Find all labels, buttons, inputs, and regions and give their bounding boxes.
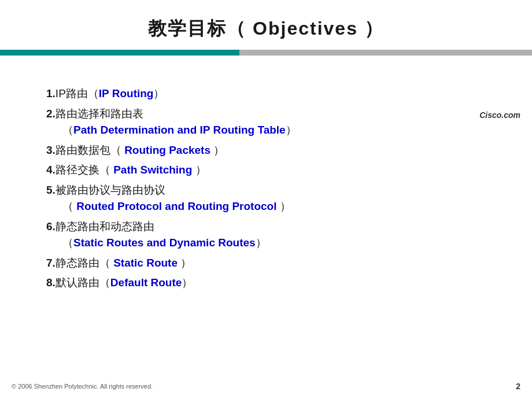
item-2-cn: 路由选择和路由表	[56, 108, 143, 120]
list-item-2: 2.路由选择和路由表 （Path Determination and IP Ro…	[46, 106, 486, 139]
item-2-sub: （Path Determination and IP Routing Table…	[46, 122, 486, 139]
item-1-number: 1.	[46, 87, 56, 99]
item-3-cn: 路由数据包（	[56, 144, 124, 156]
list-item-8: 8.默认路由（Default Route）	[46, 275, 486, 291]
item-1-cn: IP路由（	[56, 87, 99, 99]
item-6-number: 6.	[46, 220, 56, 232]
item-3-en: Routing Packets	[124, 144, 210, 156]
item-1-cn-end: ）	[153, 87, 164, 99]
item-4-number: 4.	[46, 164, 56, 176]
slide-title: 教学目标（ Objectives ）	[148, 18, 384, 39]
list-item-3: 3.路由数据包（ Routing Packets ）	[46, 142, 486, 159]
footer-copyright: © 2006 Shenzhen Polytechnic. All rights …	[12, 383, 153, 390]
item-3-number: 3.	[46, 144, 56, 156]
list-item-5: 5.被路由协议与路由协议 （ Routed Protocol and Routi…	[46, 182, 486, 215]
item-4-cn-end: ）	[192, 164, 206, 176]
item-2-number: 2.	[46, 108, 56, 120]
item-2-sub-cn-start: （	[62, 124, 73, 136]
item-6-sub: （Static Routes and Dynamic Routes）	[46, 235, 486, 252]
item-6-sub-cn-start: （	[62, 237, 73, 249]
header-bar	[0, 50, 532, 56]
item-7-number: 7.	[46, 257, 56, 269]
item-7-cn: 静态路由（	[56, 257, 113, 269]
item-8-en: Default Route	[110, 276, 182, 289]
title-section: 教学目标（ Objectives ）	[0, 0, 532, 50]
item-2-sub-cn-end: ）	[286, 124, 297, 136]
item-1-en: IP Routing	[99, 87, 154, 99]
footer-page: 2	[516, 382, 520, 391]
list-item-7: 7.静态路由（ Static Route ）	[46, 255, 486, 272]
list-item-1: 1.IP路由（IP Routing）	[46, 86, 486, 102]
item-5-cn: 被路由协议与路由协议	[56, 184, 165, 196]
list-item-6: 6.静态路由和动态路由 （Static Routes and Dynamic R…	[46, 219, 486, 252]
header-bar-teal	[0, 50, 239, 56]
item-7-en: Static Route	[113, 257, 178, 269]
item-4-en: Path Switching	[113, 164, 192, 176]
item-5-sub-cn-end: ）	[276, 200, 290, 212]
item-8-number: 8.	[46, 276, 56, 289]
item-6-sub-cn-end: ）	[256, 237, 267, 249]
item-5-sub-en: Routed Protocol and Routing Protocol	[76, 200, 276, 212]
cisco-logo: Cisco.com	[479, 110, 520, 120]
item-5-sub: （ Routed Protocol and Routing Protocol ）	[46, 198, 486, 215]
item-3-cn-end: ）	[210, 144, 224, 156]
footer: © 2006 Shenzhen Polytechnic. All rights …	[0, 382, 532, 391]
item-5-sub-cn-start: （	[62, 200, 76, 212]
item-4-cn: 路径交换（	[56, 164, 113, 176]
slide: 教学目标（ Objectives ） Cisco.com 1.IP路由（IP R…	[0, 0, 532, 399]
item-6-sub-en: Static Routes and Dynamic Routes	[73, 237, 256, 249]
header-bar-gray	[239, 50, 532, 56]
item-5-number: 5.	[46, 184, 56, 196]
item-8-cn-end: ）	[182, 276, 193, 289]
content-section: 1.IP路由（IP Routing） 2.路由选择和路由表 （Path Dete…	[0, 73, 532, 291]
item-7-cn-end: ）	[178, 257, 191, 269]
list-item-4: 4.路径交换（ Path Switching ）	[46, 162, 486, 179]
item-2-sub-en: Path Determination and IP Routing Table	[73, 124, 286, 136]
item-8-cn: 默认路由（	[56, 276, 110, 289]
cisco-area: Cisco.com	[0, 56, 532, 73]
item-6-cn: 静态路由和动态路由	[56, 220, 154, 232]
